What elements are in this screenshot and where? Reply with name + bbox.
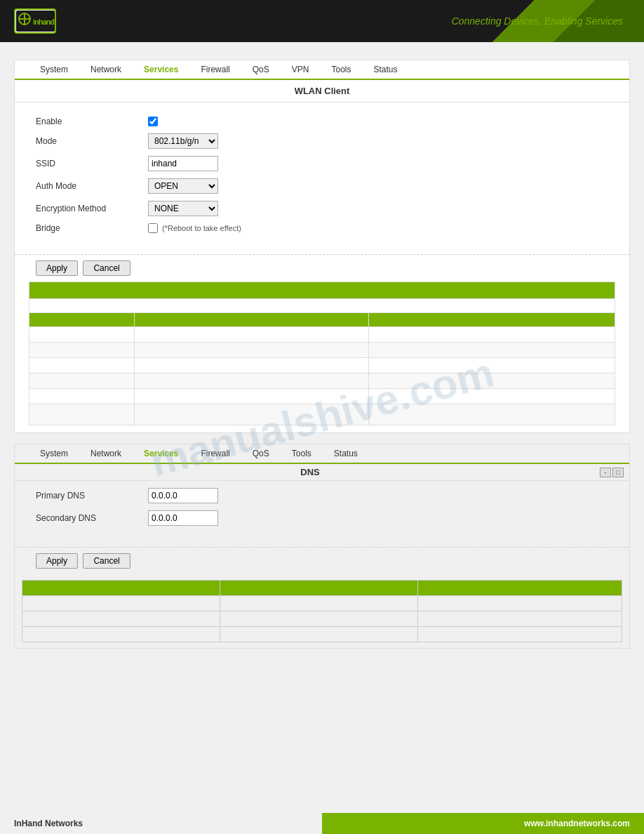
encryption-row: Encryption Method NONE WEP TKIP AES — [36, 201, 608, 216]
dns-apply-btn[interactable]: Apply — [36, 553, 78, 569]
nav-system-1[interactable]: System — [29, 60, 79, 79]
table-col2-header — [135, 313, 369, 327]
auth-mode-row: Auth Mode OPEN WPA WPA2 — [36, 178, 608, 194]
secondary-dns-input[interactable] — [148, 510, 218, 526]
table-main-header — [29, 282, 615, 299]
bridge-row: Bridge (*Reboot to take effect) — [36, 223, 608, 233]
nav2-services[interactable]: Services — [133, 444, 189, 463]
bridge-checkbox[interactable] — [148, 223, 158, 233]
nav-bar-2: System Network Services Firewall QoS Too… — [15, 444, 629, 464]
dns-col2-header — [220, 581, 418, 596]
dns-table-header — [22, 581, 622, 596]
table-row — [29, 358, 615, 373]
encryption-label: Encryption Method — [36, 204, 148, 213]
dns-form: Primary DNS Secondary DNS — [15, 481, 629, 540]
nav-services-1[interactable]: Services — [133, 60, 189, 79]
secondary-dns-row: Secondary DNS — [36, 510, 608, 526]
ssid-label: SSID — [36, 159, 148, 168]
footer-right: www.inhandnetworks.com — [524, 819, 630, 828]
logo: inhand — [14, 8, 56, 34]
enable-checkbox[interactable] — [148, 117, 158, 126]
mode-select[interactable]: 802.11b/g/n 802.11b 802.11g 802.11n — [148, 133, 218, 149]
table-row — [29, 404, 615, 425]
svg-text:inhand: inhand — [33, 18, 54, 26]
nav-status-1[interactable]: Status — [362, 60, 408, 79]
enable-label: Enable — [36, 117, 148, 126]
nav-tools-1[interactable]: Tools — [320, 60, 362, 79]
dns-col3-header — [418, 581, 622, 596]
dns-table-row — [22, 627, 622, 642]
table-col3-header — [369, 313, 615, 327]
dns-col1-header — [22, 581, 220, 596]
auth-mode-label: Auth Mode — [36, 181, 148, 191]
dns-title-bar: DNS - □ — [15, 464, 629, 481]
nav2-qos[interactable]: QoS — [241, 444, 281, 463]
wlan-form: Enable Mode 802.11b/g/n 802.11b 802.11g … — [15, 110, 629, 247]
nav2-system[interactable]: System — [29, 444, 79, 463]
logo-area: inhand — [14, 8, 56, 34]
maximize-btn[interactable]: □ — [612, 468, 624, 477]
primary-dns-label: Primary DNS — [36, 491, 148, 501]
mode-row: Mode 802.11b/g/n 802.11b 802.11g 802.11n — [36, 133, 608, 149]
encryption-select[interactable]: NONE WEP TKIP AES — [148, 201, 218, 216]
nav2-tools[interactable]: Tools — [281, 444, 323, 463]
table-row — [29, 343, 615, 358]
bridge-note: (*Reboot to take effect) — [162, 224, 241, 232]
footer: InHand Networks www.inhandnetworks.com — [0, 813, 644, 834]
ssid-input[interactable] — [148, 156, 218, 171]
table-row — [29, 373, 615, 389]
table-header-row-1 — [29, 282, 615, 299]
dns-title: DNS — [20, 467, 600, 477]
nav-vpn-1[interactable]: VPN — [281, 60, 321, 79]
dns-table-row — [22, 611, 622, 627]
dns-cancel-btn[interactable]: Cancel — [83, 553, 130, 569]
tagline: Connecting Devices, Enabling Services — [452, 15, 623, 27]
table-subheader-row — [29, 313, 615, 327]
nav-qos-1[interactable]: QoS — [241, 60, 281, 79]
wlan-btn-row: Apply Cancel — [15, 254, 629, 282]
nav-firewall-1[interactable]: Firewall — [189, 60, 241, 79]
dns-btn-row: Apply Cancel — [15, 547, 629, 574]
table-spacer-row — [29, 299, 615, 313]
wlan-apply-btn[interactable]: Apply — [36, 260, 78, 276]
mode-label: Mode — [36, 136, 148, 146]
primary-dns-input[interactable] — [148, 488, 218, 503]
bridge-label: Bridge — [36, 223, 148, 233]
wlan-cancel-btn[interactable]: Cancel — [83, 260, 130, 276]
table-row — [29, 327, 615, 343]
wlan-section: System Network Services Firewall QoS VPN… — [14, 60, 630, 433]
nav2-firewall[interactable]: Firewall — [189, 444, 241, 463]
nav2-network[interactable]: Network — [79, 444, 133, 463]
table-col1-header — [29, 313, 135, 327]
auth-mode-select[interactable]: OPEN WPA WPA2 — [148, 178, 218, 194]
nav2-status[interactable]: Status — [323, 444, 369, 463]
header: inhand Connecting Devices, Enabling Serv… — [0, 0, 644, 42]
nav-bar-1: System Network Services Firewall QoS VPN… — [15, 60, 629, 80]
footer-left: InHand Networks — [14, 819, 83, 828]
enable-row: Enable — [36, 117, 608, 126]
ssid-row: SSID — [36, 156, 608, 171]
window-buttons: - □ — [600, 468, 624, 477]
minimize-btn[interactable]: - — [600, 468, 611, 477]
primary-dns-row: Primary DNS — [36, 488, 608, 503]
table-row — [29, 389, 615, 404]
dns-table-row — [22, 596, 622, 611]
wlan-table — [29, 282, 615, 425]
wlan-title: WLAN Client — [15, 80, 629, 102]
dns-section: System Network Services Firewall QoS Too… — [14, 444, 630, 649]
dns-table — [22, 580, 622, 642]
nav-network-1[interactable]: Network — [79, 60, 133, 79]
secondary-dns-label: Secondary DNS — [36, 513, 148, 523]
